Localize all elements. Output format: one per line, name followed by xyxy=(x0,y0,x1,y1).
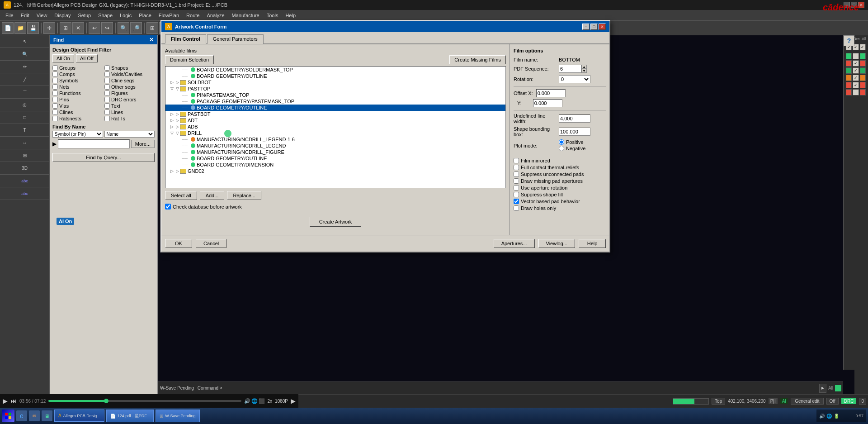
tree-expander2-icon[interactable]: ▽ xyxy=(175,130,180,136)
dialog-close-btn[interactable]: ✕ xyxy=(599,24,606,30)
find-name-select[interactable]: Symbol (or Pin) xyxy=(52,131,103,138)
menu-manufacture[interactable]: Manufacture xyxy=(228,10,263,20)
menu-edit[interactable]: Edit xyxy=(17,10,33,20)
tool-select[interactable]: ↖ xyxy=(0,35,49,48)
swatch-orange-1[interactable] xyxy=(846,75,852,81)
pdf-seq-input[interactable] xyxy=(559,65,581,73)
cancel-button[interactable]: Cancel xyxy=(196,239,226,248)
tree-item-pasttop[interactable]: ▽ ▽ PASTTOP xyxy=(165,86,505,92)
cb-vector-pad-input[interactable] xyxy=(514,199,519,204)
cb-rat-ts-input[interactable] xyxy=(104,116,110,121)
tree-expander2-icon[interactable]: ▷ xyxy=(175,80,180,85)
tree-item-ncdrill-figure[interactable]: ── MANUFACTURING/NCDRILL_FIGURE xyxy=(165,149,505,155)
toolbar-copy[interactable]: ⊞ xyxy=(60,22,71,34)
tree-expander-icon[interactable]: ▽ xyxy=(169,130,175,136)
offset-x-input[interactable] xyxy=(536,89,566,97)
cb-functions-input[interactable] xyxy=(52,91,58,96)
toolbar-zoom-in[interactable]: 🔍 xyxy=(118,22,129,34)
tree-expander2-icon[interactable]: ▽ xyxy=(175,86,180,91)
create-missing-films-btn[interactable]: Create Missing Films xyxy=(449,55,506,64)
quick-launch-3[interactable]: 🖥 xyxy=(42,410,52,421)
toolbar-grid[interactable]: ⊞ xyxy=(146,22,158,34)
cb-draw-missing-input[interactable] xyxy=(514,178,519,184)
tree-item-drill[interactable]: ▽ ▽ DRILL xyxy=(165,130,505,136)
start-button[interactable] xyxy=(2,410,14,422)
dialog-maximize-btn[interactable]: □ xyxy=(590,24,598,30)
swatch-darkgreen-2[interactable] xyxy=(860,67,866,74)
tree-item-adt[interactable]: ▷ ▷ ADT xyxy=(165,117,505,124)
menu-flowplan[interactable]: FlowPlan xyxy=(155,10,183,20)
tool-component[interactable]: ⊞ xyxy=(0,149,49,162)
swatch-red-2[interactable] xyxy=(860,60,866,67)
cb-groups-input[interactable] xyxy=(52,65,58,71)
create-artwork-btn[interactable]: Create Artwork xyxy=(310,217,362,227)
tree-item-outline-1[interactable]: ── BOARD GEOMETRY/OUTLINE xyxy=(165,73,505,79)
swatch-red-4[interactable] xyxy=(860,82,866,88)
tree-item-soldermask-top[interactable]: ── BOARD GEOMETRY/SOLDERMASK_TOP xyxy=(165,67,505,73)
check-database-input[interactable] xyxy=(165,204,171,210)
tool-zoom[interactable]: 🔍 xyxy=(0,48,49,61)
tree-item-bg-outline-selected[interactable]: ── BOARD GEOMETRY/OUTLINE xyxy=(165,105,505,111)
viewlog-button[interactable]: Viewlog... xyxy=(538,239,576,248)
quick-launch-ie[interactable]: e xyxy=(16,410,27,421)
tool-dimension[interactable]: ↔ xyxy=(0,137,49,149)
tab-film-control[interactable]: Film Control xyxy=(165,34,206,44)
find-name-input[interactable] xyxy=(58,139,130,148)
tree-item-soldbot[interactable]: ▷ ▷ SOLDBOT xyxy=(165,79,505,86)
cb-ratsnests-input[interactable] xyxy=(52,116,58,121)
cb-symbols-input[interactable] xyxy=(52,78,58,83)
toolbar-zoom-out[interactable]: 🔎 xyxy=(130,22,142,34)
swatch-orange-2[interactable] xyxy=(860,75,866,81)
menu-place[interactable]: Place xyxy=(135,10,155,20)
tool-line[interactable]: ╱ xyxy=(0,73,49,86)
toolbar-move[interactable]: ✛ xyxy=(43,22,55,34)
cmd-scroll-btn[interactable]: ▶ xyxy=(819,384,826,393)
tree-expander-icon[interactable]: ▽ xyxy=(169,86,175,91)
swatch-check-6[interactable]: ✓ xyxy=(853,82,859,88)
video-next-btn[interactable]: ⏭ xyxy=(10,397,17,405)
menu-tools[interactable]: Tools xyxy=(263,10,282,20)
find-name-type-select[interactable]: Name xyxy=(104,131,155,138)
tree-item-bg-dimension[interactable]: ── BOARD GEOMETRY/DIMENSION xyxy=(165,162,505,168)
swatch-check-3[interactable]: ✓ xyxy=(853,60,859,67)
swatch-darkgreen-1[interactable] xyxy=(846,67,852,74)
video-play-btn[interactable]: ▶ xyxy=(3,397,8,405)
taskbar-command[interactable]: ⊞ W-Save Pending xyxy=(156,410,199,422)
tree-expander-icon[interactable]: ▷ xyxy=(169,118,175,123)
help-icon-btn[interactable]: ? xyxy=(844,35,854,46)
spin-down-btn[interactable]: ▼ xyxy=(581,69,587,73)
swatch-red-3[interactable] xyxy=(846,82,852,88)
cb-draw-holes-input[interactable] xyxy=(514,205,519,211)
swatch-green-2[interactable] xyxy=(860,53,866,59)
tree-item-pastbot[interactable]: ▷ ▷ PASTBOT xyxy=(165,111,505,117)
tree-expander2-icon[interactable]: ▷ xyxy=(175,124,180,129)
video-fullscreen-btn[interactable]: ▶ xyxy=(291,397,296,405)
close-btn[interactable]: ✕ xyxy=(858,2,864,8)
tree-item-ncdrill-legend[interactable]: ── MANUFACTURING/NCDRILL_LEGEND xyxy=(165,143,505,149)
all-on-btn[interactable]: All On xyxy=(52,54,74,62)
radio-negative-input[interactable] xyxy=(559,146,564,151)
tree-expander2-icon[interactable]: ▷ xyxy=(175,168,180,174)
tree-item-adb[interactable]: ▷ ▷ ADB xyxy=(165,124,505,130)
offset-y-input[interactable] xyxy=(533,99,562,107)
quick-launch-2[interactable]: ✉ xyxy=(29,410,40,421)
add-btn[interactable]: Add... xyxy=(200,191,225,200)
menu-file[interactable]: File xyxy=(2,10,17,20)
find-panel-close-btn[interactable]: ✕ xyxy=(149,37,154,43)
swatch-green-1[interactable] xyxy=(846,53,852,59)
tree-expander-icon[interactable]: ▷ xyxy=(169,168,175,174)
tree-expander-icon[interactable]: ▷ xyxy=(169,111,175,117)
cb-drc-input[interactable] xyxy=(104,97,110,102)
tool-shape[interactable]: □ xyxy=(0,111,49,124)
tool-3d[interactable]: 3D xyxy=(0,162,49,175)
tool-text[interactable]: T xyxy=(0,124,49,137)
more-button[interactable]: More... xyxy=(131,140,155,148)
cb-suppress-shape-input[interactable] xyxy=(514,192,519,197)
menu-analyze[interactable]: Analyze xyxy=(203,10,228,20)
rotation-select[interactable]: 0 90 180 270 xyxy=(559,75,590,83)
tab-general-params[interactable]: General Parameters xyxy=(207,34,264,44)
cb-full-contact-input[interactable] xyxy=(514,165,519,170)
cb-pins-input[interactable] xyxy=(52,97,58,102)
domain-selection-btn[interactable]: Domain Selection xyxy=(165,55,214,64)
cb-nets-input[interactable] xyxy=(52,84,58,90)
